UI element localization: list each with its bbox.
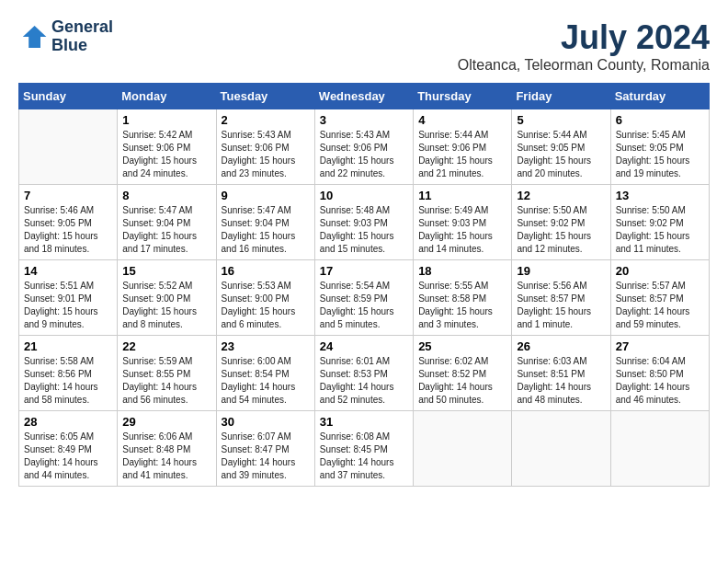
day-number: 10 — [320, 189, 408, 202]
day-cell: 26Sunrise: 6:03 AM Sunset: 8:51 PM Dayli… — [512, 336, 610, 411]
weekday-header-wednesday: Wednesday — [314, 84, 413, 109]
day-cell: 1Sunrise: 5:42 AM Sunset: 9:06 PM Daylig… — [118, 109, 216, 185]
day-cell: 12Sunrise: 5:50 AM Sunset: 9:02 PM Dayli… — [512, 185, 610, 260]
day-cell: 13Sunrise: 5:50 AM Sunset: 9:02 PM Dayli… — [610, 185, 709, 260]
day-cell: 30Sunrise: 6:07 AM Sunset: 8:47 PM Dayli… — [216, 411, 314, 487]
day-cell — [610, 411, 709, 487]
location: Olteanca, Teleorman County, Romania — [458, 57, 710, 74]
day-info: Sunrise: 5:45 AM Sunset: 9:05 PM Dayligh… — [616, 129, 704, 180]
week-row-5: 28Sunrise: 6:05 AM Sunset: 8:49 PM Dayli… — [19, 411, 710, 487]
day-cell — [512, 411, 610, 487]
day-number: 9 — [222, 189, 310, 202]
day-number: 2 — [222, 113, 310, 127]
day-cell: 6Sunrise: 5:45 AM Sunset: 9:05 PM Daylig… — [610, 109, 709, 185]
day-cell: 29Sunrise: 6:06 AM Sunset: 8:48 PM Dayli… — [118, 411, 216, 487]
day-number: 8 — [122, 189, 210, 202]
logo-text: General Blue — [51, 18, 113, 55]
day-info: Sunrise: 6:08 AM Sunset: 8:45 PM Dayligh… — [320, 431, 408, 482]
day-number: 21 — [24, 339, 112, 353]
weekday-header-tuesday: Tuesday — [216, 84, 314, 109]
day-number: 14 — [24, 264, 112, 278]
day-info: Sunrise: 5:50 AM Sunset: 9:02 PM Dayligh… — [517, 204, 605, 256]
logo: General Blue — [18, 18, 113, 55]
weekday-header-sunday: Sunday — [19, 84, 118, 109]
day-number: 6 — [616, 113, 704, 127]
day-number: 3 — [320, 113, 408, 127]
day-info: Sunrise: 6:01 AM Sunset: 8:53 PM Dayligh… — [320, 355, 408, 407]
weekday-header-monday: Monday — [118, 84, 216, 109]
day-info: Sunrise: 6:02 AM Sunset: 8:52 PM Dayligh… — [418, 355, 506, 407]
day-info: Sunrise: 5:54 AM Sunset: 8:59 PM Dayligh… — [320, 280, 408, 331]
day-info: Sunrise: 5:52 AM Sunset: 9:00 PM Dayligh… — [122, 280, 210, 331]
day-number: 4 — [418, 113, 506, 127]
day-info: Sunrise: 5:42 AM Sunset: 9:06 PM Dayligh… — [122, 129, 210, 180]
day-number: 23 — [222, 339, 310, 353]
week-row-2: 7Sunrise: 5:46 AM Sunset: 9:05 PM Daylig… — [19, 185, 710, 260]
day-cell: 27Sunrise: 6:04 AM Sunset: 8:50 PM Dayli… — [610, 336, 709, 411]
day-number: 22 — [122, 339, 210, 353]
day-info: Sunrise: 5:49 AM Sunset: 9:03 PM Dayligh… — [418, 204, 506, 256]
day-cell: 14Sunrise: 5:51 AM Sunset: 9:01 PM Dayli… — [19, 260, 118, 336]
day-cell: 3Sunrise: 5:43 AM Sunset: 9:06 PM Daylig… — [314, 109, 413, 185]
day-info: Sunrise: 6:03 AM Sunset: 8:51 PM Dayligh… — [517, 355, 605, 407]
day-info: Sunrise: 6:04 AM Sunset: 8:50 PM Dayligh… — [616, 355, 704, 407]
weekday-header-thursday: Thursday — [414, 84, 512, 109]
day-number: 7 — [24, 189, 112, 202]
week-row-3: 14Sunrise: 5:51 AM Sunset: 9:01 PM Dayli… — [19, 260, 710, 336]
day-cell: 9Sunrise: 5:47 AM Sunset: 9:04 PM Daylig… — [216, 185, 314, 260]
month-year: July 2024 — [458, 18, 710, 57]
day-number: 24 — [320, 339, 408, 353]
week-row-4: 21Sunrise: 5:58 AM Sunset: 8:56 PM Dayli… — [19, 336, 710, 411]
day-cell — [414, 411, 512, 487]
day-number: 28 — [24, 415, 112, 429]
day-cell: 11Sunrise: 5:49 AM Sunset: 9:03 PM Dayli… — [414, 185, 512, 260]
day-cell: 20Sunrise: 5:57 AM Sunset: 8:57 PM Dayli… — [610, 260, 709, 336]
day-number: 31 — [320, 415, 408, 429]
day-cell: 16Sunrise: 5:53 AM Sunset: 9:00 PM Dayli… — [216, 260, 314, 336]
day-info: Sunrise: 5:55 AM Sunset: 8:58 PM Dayligh… — [418, 280, 506, 331]
day-cell: 4Sunrise: 5:44 AM Sunset: 9:06 PM Daylig… — [414, 109, 512, 185]
day-info: Sunrise: 5:59 AM Sunset: 8:55 PM Dayligh… — [122, 355, 210, 407]
day-cell: 15Sunrise: 5:52 AM Sunset: 9:00 PM Dayli… — [118, 260, 216, 336]
day-number: 17 — [320, 264, 408, 278]
day-cell: 19Sunrise: 5:56 AM Sunset: 8:57 PM Dayli… — [512, 260, 610, 336]
day-cell: 21Sunrise: 5:58 AM Sunset: 8:56 PM Dayli… — [19, 336, 118, 411]
day-info: Sunrise: 5:57 AM Sunset: 8:57 PM Dayligh… — [616, 280, 704, 331]
day-number: 13 — [616, 189, 704, 202]
weekday-header-friday: Friday — [512, 84, 610, 109]
day-number: 12 — [517, 189, 605, 202]
day-info: Sunrise: 5:44 AM Sunset: 9:06 PM Dayligh… — [418, 129, 506, 180]
day-cell: 24Sunrise: 6:01 AM Sunset: 8:53 PM Dayli… — [314, 336, 413, 411]
day-info: Sunrise: 5:47 AM Sunset: 9:04 PM Dayligh… — [122, 204, 210, 256]
page-header: General Blue July 2024 Olteanca, Teleorm… — [18, 18, 710, 74]
day-info: Sunrise: 6:05 AM Sunset: 8:49 PM Dayligh… — [24, 431, 112, 482]
day-cell: 18Sunrise: 5:55 AM Sunset: 8:58 PM Dayli… — [414, 260, 512, 336]
day-number: 5 — [517, 113, 605, 127]
day-cell: 7Sunrise: 5:46 AM Sunset: 9:05 PM Daylig… — [19, 185, 118, 260]
day-info: Sunrise: 5:43 AM Sunset: 9:06 PM Dayligh… — [320, 129, 408, 180]
logo-icon — [18, 22, 48, 52]
day-number: 25 — [418, 339, 506, 353]
day-info: Sunrise: 5:53 AM Sunset: 9:00 PM Dayligh… — [222, 280, 310, 331]
day-cell: 17Sunrise: 5:54 AM Sunset: 8:59 PM Dayli… — [314, 260, 413, 336]
day-number: 15 — [122, 264, 210, 278]
title-area: July 2024 Olteanca, Teleorman County, Ro… — [458, 18, 710, 74]
day-info: Sunrise: 5:47 AM Sunset: 9:04 PM Dayligh… — [222, 204, 310, 256]
calendar-table: SundayMondayTuesdayWednesdayThursdayFrid… — [18, 83, 710, 487]
day-info: Sunrise: 5:56 AM Sunset: 8:57 PM Dayligh… — [517, 280, 605, 331]
day-info: Sunrise: 5:51 AM Sunset: 9:01 PM Dayligh… — [24, 280, 112, 331]
day-number: 20 — [616, 264, 704, 278]
day-number: 27 — [616, 339, 704, 353]
day-info: Sunrise: 5:46 AM Sunset: 9:05 PM Dayligh… — [24, 204, 112, 256]
day-info: Sunrise: 6:06 AM Sunset: 8:48 PM Dayligh… — [122, 431, 210, 482]
day-info: Sunrise: 5:58 AM Sunset: 8:56 PM Dayligh… — [24, 355, 112, 407]
day-cell: 23Sunrise: 6:00 AM Sunset: 8:54 PM Dayli… — [216, 336, 314, 411]
day-info: Sunrise: 6:00 AM Sunset: 8:54 PM Dayligh… — [222, 355, 310, 407]
weekday-header-row: SundayMondayTuesdayWednesdayThursdayFrid… — [19, 84, 710, 109]
day-number: 30 — [222, 415, 310, 429]
day-info: Sunrise: 5:48 AM Sunset: 9:03 PM Dayligh… — [320, 204, 408, 256]
day-cell: 2Sunrise: 5:43 AM Sunset: 9:06 PM Daylig… — [216, 109, 314, 185]
day-cell: 31Sunrise: 6:08 AM Sunset: 8:45 PM Dayli… — [314, 411, 413, 487]
day-number: 29 — [122, 415, 210, 429]
day-cell: 25Sunrise: 6:02 AM Sunset: 8:52 PM Dayli… — [414, 336, 512, 411]
